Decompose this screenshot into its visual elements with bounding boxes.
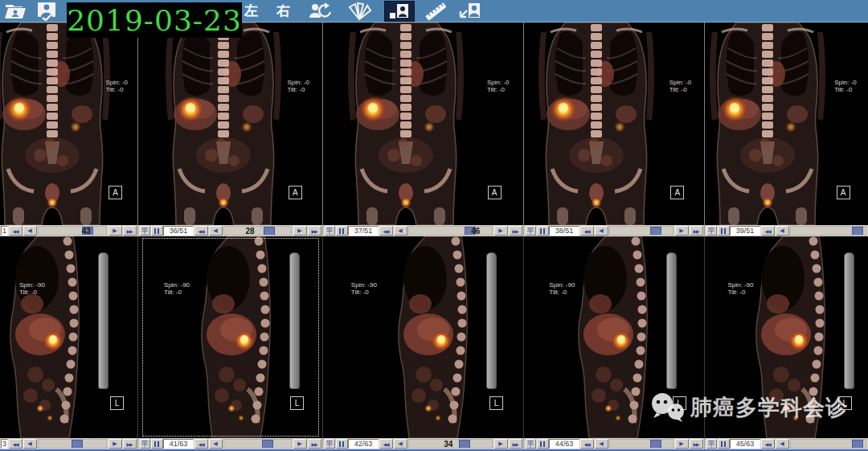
scrollbar-thumb[interactable] [72,440,83,449]
pin-button[interactable]: 平 [140,439,150,449]
next-slice-button[interactable]: ▶ [494,226,508,236]
left-button[interactable]: 左 [244,1,258,22]
pause-button[interactable] [718,226,730,236]
slice-track[interactable] [790,439,866,449]
rotate-view-icon[interactable] [307,1,334,22]
viewport-sagittal[interactable]: Spin: -90 Tilt: -0 L [323,236,524,438]
first-slice-button[interactable]: ◀◀ [761,226,775,236]
slice-track[interactable]: 46 [408,226,493,236]
scrollbar-thumb[interactable] [459,440,470,449]
patient-worklist-icon[interactable] [35,1,59,22]
slice-scrollbar[interactable]: 平45/63◀◀◀ [705,438,868,449]
tilt-value: Tilt: -0 [164,289,190,296]
slice-track[interactable]: 34 [408,439,493,449]
pause-button[interactable] [151,226,163,236]
last-slice-button[interactable]: ▶▶ [690,226,703,236]
pin-button[interactable]: 平 [706,226,717,236]
slice-track[interactable] [223,439,292,449]
last-slice-button[interactable]: ▶▶ [308,226,321,236]
pin-button[interactable]: 平 [140,226,150,236]
next-slice-button[interactable]: ▶ [675,226,689,236]
scrollbar-thumb[interactable] [852,440,863,449]
first-slice-button[interactable]: ◀◀ [580,439,594,449]
prev-slice-button[interactable]: ◀ [595,226,608,236]
pin-button[interactable]: 平 [706,439,717,449]
slice-scrollbar[interactable]: 平38/51◀◀◀▶▶▶ [524,225,705,236]
last-slice-button[interactable]: ▶▶ [690,439,703,449]
next-slice-button[interactable]: ▶ [293,226,307,236]
prev-slice-button[interactable]: ◀ [209,226,223,236]
pause-button[interactable] [151,439,163,449]
next-slice-button[interactable]: ▶ [675,439,689,449]
first-slice-button[interactable]: ◀◀ [580,226,594,236]
measure-ruler-icon[interactable] [424,1,448,22]
prev-slice-button[interactable]: ◀ [776,439,789,449]
scrollbar-thumb[interactable] [852,227,863,236]
slice-scrollbar[interactable]: 平37/51◀◀◀46▶▶▶ [323,225,524,236]
pin-button[interactable]: 平 [325,439,335,449]
next-slice-button[interactable]: ▶ [494,439,508,449]
open-folder-icon[interactable] [3,1,27,22]
next-slice-button[interactable]: ▶ [108,439,122,449]
volume-3d-icon[interactable] [346,1,372,22]
tilt-value: Tilt: -0 [549,289,575,296]
first-slice-button[interactable]: ◀◀ [9,439,23,449]
slice-track[interactable] [38,439,107,449]
slice-scrollbar[interactable]: 平41/63◀◀◀▶▶▶ [138,438,323,449]
last-slice-button[interactable]: ▶▶ [509,439,522,449]
patient-card-icon[interactable] [384,1,415,22]
first-slice-button[interactable]: ◀◀ [9,226,23,236]
import-patient-icon[interactable] [458,1,484,22]
scrollbar-thumb[interactable] [650,440,661,449]
first-slice-button[interactable]: ◀◀ [761,439,775,449]
last-slice-button[interactable]: ▶▶ [123,226,137,236]
first-slice-button[interactable]: ◀◀ [379,226,393,236]
scrollbar-thumb[interactable] [264,227,275,236]
viewport-coronal[interactable]: Spin: -0 Tilt: -0 A [138,23,323,225]
slice-track[interactable] [609,439,674,449]
slice-scrollbar[interactable]: 3◀◀◀▶▶▶ [0,438,138,449]
slice-track[interactable] [790,226,866,236]
scrollbar-thumb[interactable] [650,227,661,236]
slice-scrollbar[interactable]: 1◀◀◀43▶▶▶ [0,225,138,236]
right-button[interactable]: 右 [276,1,290,22]
pause-button[interactable] [336,226,348,236]
prev-slice-button[interactable]: ◀ [776,226,789,236]
scanner-table-bar [98,252,108,389]
pin-button[interactable]: 平 [526,226,536,236]
pause-button[interactable] [537,439,549,449]
viewport-coronal[interactable]: Spin: -0 Tilt: -0 A [0,23,138,225]
slice-track[interactable]: 43 [38,226,107,236]
pin-button[interactable]: 平 [526,439,536,449]
pause-button[interactable] [537,226,549,236]
prev-slice-button[interactable]: ◀ [394,439,407,449]
first-slice-button[interactable]: ◀◀ [194,226,208,236]
slice-track[interactable] [609,226,674,236]
prev-slice-button[interactable]: ◀ [209,439,223,449]
slice-scrollbar[interactable]: 平44/63◀◀◀▶▶▶ [524,438,705,449]
viewport-sagittal[interactable]: Spin: -90 Tilt: -0 L [138,236,323,438]
prev-slice-button[interactable]: ◀ [394,226,407,236]
first-slice-button[interactable]: ◀◀ [194,439,208,449]
next-slice-button[interactable]: ▶ [108,226,122,236]
viewport-coronal[interactable]: Spin: -0 Tilt: -0 A [323,23,524,225]
next-slice-button[interactable]: ▶ [293,439,307,449]
viewport-coronal[interactable]: Spin: -0 Tilt: -0 A [705,23,868,225]
first-slice-button[interactable]: ◀◀ [379,439,393,449]
last-slice-button[interactable]: ▶▶ [123,439,137,449]
slice-track[interactable]: 28 [223,226,292,236]
pause-button[interactable] [336,439,348,449]
viewport-coronal[interactable]: Spin: -0 Tilt: -0 A [524,23,705,225]
slice-scrollbar[interactable]: 平36/51◀◀◀28▶▶▶ [138,225,323,236]
prev-slice-button[interactable]: ◀ [595,439,608,449]
last-slice-button[interactable]: ▶▶ [308,439,321,449]
prev-slice-button[interactable]: ◀ [23,226,37,236]
slice-scrollbar[interactable]: 平39/51◀◀◀ [705,225,868,236]
pause-button[interactable] [718,439,730,449]
viewport-sagittal[interactable]: Spin: -90 Tilt: -0 L [0,236,138,438]
pin-button[interactable]: 平 [325,226,335,236]
last-slice-button[interactable]: ▶▶ [509,226,522,236]
slice-scrollbar[interactable]: 平42/63◀◀◀34▶▶▶ [323,438,524,449]
scrollbar-thumb[interactable] [262,440,273,449]
prev-slice-button[interactable]: ◀ [23,439,37,449]
